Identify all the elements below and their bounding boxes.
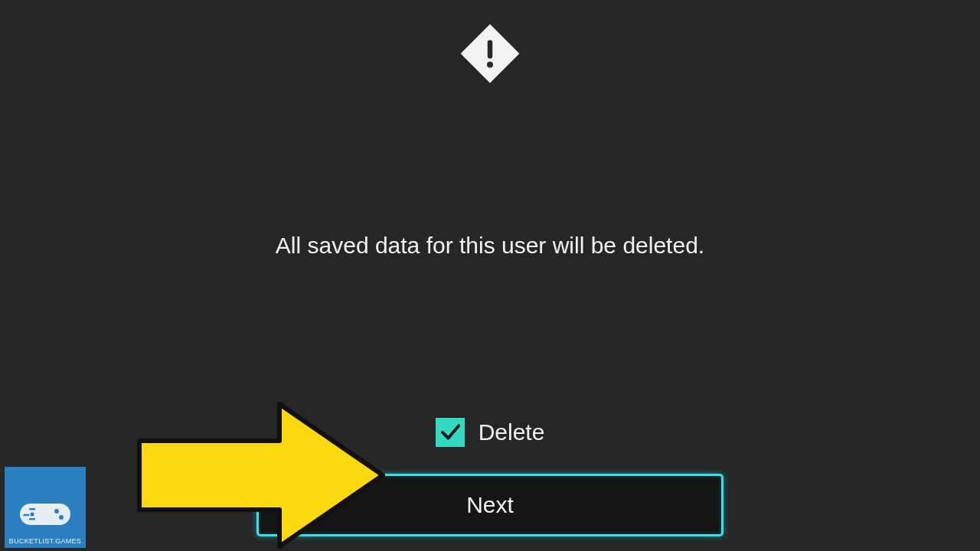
warning-message: All saved data for this user will be del…: [0, 233, 980, 259]
svg-point-9: [54, 509, 59, 514]
site-badge: BUCKETLIST.GAMES: [5, 467, 86, 548]
next-button[interactable]: Next: [256, 474, 724, 536]
svg-rect-8: [23, 514, 29, 517]
checkmark-icon: [436, 418, 465, 447]
svg-point-5: [30, 512, 34, 516]
svg-rect-1: [488, 40, 492, 58]
gamepad-icon: [18, 497, 72, 531]
svg-point-2: [487, 61, 493, 67]
svg-point-10: [59, 515, 64, 520]
alert-icon: [459, 23, 521, 84]
checkbox-label: Delete: [479, 419, 545, 445]
svg-rect-7: [29, 518, 35, 520]
delete-checkbox-row[interactable]: Delete: [256, 418, 724, 447]
svg-rect-6: [29, 508, 35, 510]
badge-text: BUCKETLIST.GAMES: [9, 537, 81, 545]
next-button-label: Next: [466, 492, 514, 517]
